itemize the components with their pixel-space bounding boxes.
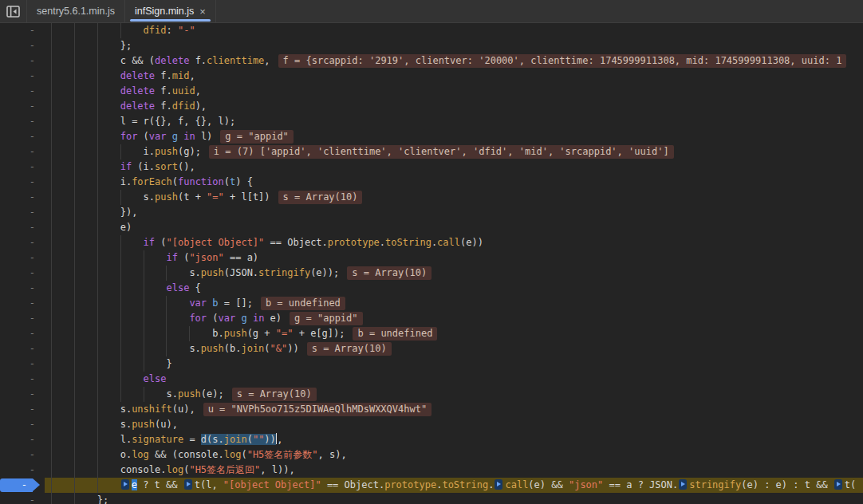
indent-guides [51, 175, 120, 190]
code-line: -s.push(b.join("&"))s = Array(10) [0, 341, 863, 356]
code-token: }; [120, 40, 132, 51]
indent-guides [51, 372, 144, 387]
gutter-line-marker[interactable]: - [0, 493, 45, 504]
code-token: == a) [224, 252, 258, 263]
tab-label: infSign.min.js [135, 6, 194, 17]
gutter-line-marker[interactable]: - [0, 114, 45, 129]
gutter-line-marker[interactable]: - [0, 311, 45, 326]
code-token: stringify [258, 267, 310, 278]
code-token: }), [120, 207, 138, 218]
gutter-line-marker[interactable]: - [0, 447, 45, 463]
code-line-content: s.push(e);s = Array(10) [45, 387, 863, 402]
gutter-line-marker[interactable]: - [0, 205, 45, 220]
inline-breakpoint-marker-icon[interactable] [184, 479, 192, 490]
code-token: ( [155, 237, 166, 248]
gutter-line-marker[interactable]: - [0, 341, 45, 356]
code-token: "H5签名后返回" [189, 464, 260, 475]
gutter-line-marker[interactable]: - [0, 175, 45, 190]
gutter-line-marker[interactable]: - [0, 220, 45, 235]
inline-breakpoint-marker-icon[interactable] [121, 479, 129, 490]
code-token: ( [241, 449, 246, 460]
paused-execution-gutter-arrow[interactable]: - [0, 478, 45, 493]
code-token: e [132, 479, 137, 490]
gutter-line-marker[interactable]: - [0, 69, 45, 84]
code-token: f. [155, 70, 172, 81]
indent-guides [51, 447, 120, 463]
code-token: log [224, 449, 242, 460]
gutter-line-marker[interactable]: - [0, 463, 45, 478]
code-line-paused: -e ? t && t(l, "[object Object]" == Obje… [0, 478, 863, 493]
indent-guides [51, 23, 144, 38]
code-token: "json" [189, 252, 223, 263]
indent-guides [51, 281, 166, 296]
inline-value-hint: b = undefined [353, 327, 437, 341]
gutter-line-marker[interactable]: - [0, 99, 45, 114]
gutter-line-marker[interactable]: - [0, 250, 45, 266]
gutter-line-marker[interactable]: - [0, 417, 45, 432]
code-token: in [183, 131, 195, 142]
inline-value-hint: g = "appid" [220, 130, 293, 144]
tab-sentry-file[interactable]: sentry5.6.1.min.js [27, 0, 125, 22]
code-editor[interactable]: -dfid: "-"-};-c && (delete f.clienttime,… [0, 23, 863, 504]
code-line: -var b = [];b = undefined [0, 296, 863, 311]
gutter-line-marker[interactable]: - [0, 356, 45, 372]
panel-left-icon [6, 6, 20, 18]
code-token: if [144, 237, 155, 248]
gutter-line-marker[interactable]: - [0, 402, 45, 417]
code-token: delete [120, 70, 155, 81]
inline-value-hint: b = undefined [261, 297, 345, 310]
inline-breakpoint-marker-icon[interactable] [495, 479, 502, 490]
code-token: : [167, 25, 178, 36]
gutter-line-marker[interactable]: - [0, 84, 45, 99]
code-token: in [253, 313, 264, 324]
code-token: var [189, 297, 207, 309]
indent-guides [51, 311, 189, 326]
inline-value-hint: f = {srcappid: '2919', clientver: '20000… [278, 54, 847, 68]
code-line-content: i.push(g);i = (7) ['appid', 'clienttime'… [45, 144, 863, 159]
code-line: -else [0, 372, 863, 387]
indent-guides [51, 493, 97, 504]
code-token: log [132, 449, 149, 460]
code-token: }; [97, 494, 108, 504]
tab-infsign-file[interactable]: infSign.min.js × [125, 0, 216, 22]
code-token: push [132, 419, 155, 430]
code-line-content: s.push(JSON.stringify(e));s = Array(10) [45, 266, 863, 281]
gutter-line-marker[interactable]: - [0, 38, 45, 53]
code-line: -if ("json" == a) [0, 250, 863, 266]
toggle-navigator-button[interactable] [0, 0, 27, 22]
code-token: e) [264, 313, 282, 324]
code-token: s. [120, 419, 132, 430]
indent-guides [51, 417, 120, 432]
code-line-content: delete f.uuid, [45, 84, 863, 99]
indent-guides [51, 190, 144, 205]
gutter-line-marker[interactable]: - [0, 372, 45, 387]
gutter-line-marker[interactable]: - [0, 190, 45, 205]
gutter-line-marker[interactable]: - [0, 129, 45, 144]
inline-breakpoint-marker-icon[interactable] [834, 479, 842, 490]
close-tab-icon[interactable]: × [199, 6, 206, 17]
inline-breakpoint-marker-icon[interactable] [679, 479, 687, 490]
code-line-content: s.push(t + "=" + l[t])s = Array(10) [45, 190, 863, 205]
code-token: + l[t]) [224, 191, 270, 203]
code-token: log [166, 464, 183, 475]
gutter-line-marker[interactable]: - [0, 281, 45, 296]
gutter-line-marker[interactable]: - [0, 53, 45, 69]
gutter-line-marker[interactable]: - [0, 326, 45, 341]
code-line-content: console.log("H5签名后返回", l)), [45, 463, 863, 478]
code-line-content: delete f.dfid), [45, 99, 863, 114]
code-line-content: l.signature = d(s.join("")), [45, 432, 863, 447]
indent-guides [51, 159, 120, 175]
gutter-line-marker[interactable]: - [0, 144, 45, 159]
inline-value-hint: s = Array(10) [347, 266, 432, 280]
code-token: ( [224, 176, 230, 187]
code-token: for [189, 313, 207, 324]
gutter-line-marker[interactable]: - [0, 23, 45, 38]
gutter-line-marker[interactable]: - [0, 159, 45, 175]
gutter-line-marker[interactable]: - [0, 235, 45, 250]
gutter-line-marker[interactable]: - [0, 266, 45, 281]
code-line: -e) [0, 220, 863, 235]
gutter-line-marker[interactable]: - [0, 432, 45, 447]
gutter-line-marker[interactable]: - [0, 387, 45, 402]
gutter-line-marker[interactable]: - [0, 296, 45, 311]
code-token: (u), [172, 404, 195, 415]
